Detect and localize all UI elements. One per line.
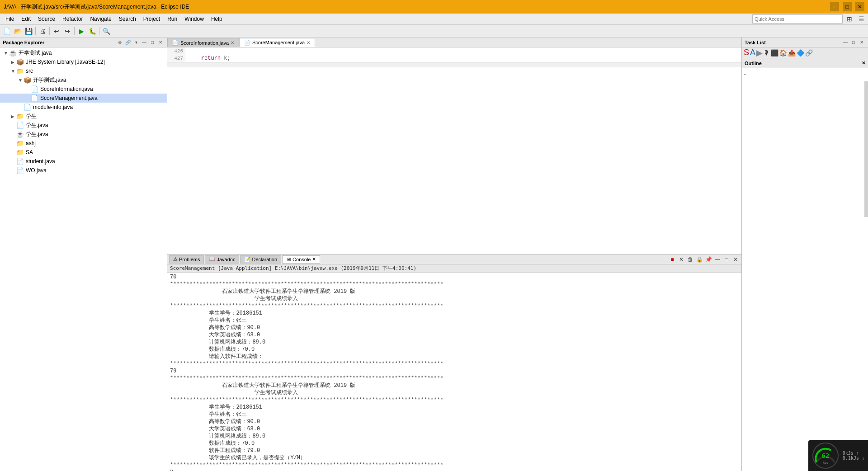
jre-label: JRE System Library [JavaSE-12]: [26, 59, 105, 65]
menu-window[interactable]: Window: [181, 15, 208, 23]
collapse-all-button[interactable]: ⊖: [116, 39, 123, 46]
javadoc-icon: 📖: [209, 256, 215, 262]
menu-refactor[interactable]: Refactor: [59, 15, 86, 23]
tree-item-wo[interactable]: 📄 WO.java: [0, 166, 167, 175]
minimize-button[interactable]: ─: [830, 2, 839, 11]
toolbar-separator-1: [35, 27, 36, 35]
tree-item-student-java3[interactable]: 📄 student.java: [0, 157, 167, 166]
tab-declaration[interactable]: 📝 Declaration: [240, 255, 281, 264]
panel-header-buttons: ⊖ 🔗 ▾ — □ ✕: [116, 39, 164, 46]
maximize-button[interactable]: □: [843, 2, 852, 11]
save-button[interactable]: 💾: [24, 26, 33, 36]
task-list-maximize[interactable]: □: [850, 39, 857, 46]
tab-javadoc[interactable]: 📖 Javadoc: [205, 255, 239, 264]
terminate-button[interactable]: ■: [668, 255, 676, 264]
menu-edit[interactable]: Edit: [18, 15, 34, 23]
tree-item-student-java2[interactable]: ☕ 学生.java: [0, 130, 167, 139]
new-button[interactable]: 📄: [2, 26, 12, 36]
redo-button[interactable]: ↪: [62, 26, 72, 36]
editor-tabs: 📄 ScoreInformation.java ✕ 📄 ScoreManagem…: [167, 38, 741, 47]
task-icon-8: 🔷: [797, 49, 804, 57]
link-editor-button[interactable]: 🔗: [124, 39, 132, 46]
pkg-icon: 📦: [24, 76, 31, 84]
task-list-minimize[interactable]: —: [842, 39, 849, 46]
tab-console[interactable]: 🖥 Console ✕: [282, 255, 320, 264]
quick-access-input[interactable]: [752, 14, 843, 24]
tab-console-close[interactable]: ✕: [312, 256, 316, 262]
console-line-12: ****************************************…: [170, 360, 739, 367]
menu-source[interactable]: Source: [34, 15, 59, 23]
undo-button[interactable]: ↩: [52, 26, 61, 36]
tree-item-moduleinfo[interactable]: 📄 module-info.java: [0, 103, 167, 112]
tree-item-src[interactable]: ▼ 📁 src: [0, 66, 167, 75]
task-icon-2: A: [750, 48, 755, 57]
outline-close[interactable]: ✕: [862, 61, 865, 66]
console-toolbar-area: ■ ✕ 🗑 🔒 📌 — □ ✕: [668, 255, 740, 264]
menu-search[interactable]: Search: [115, 15, 140, 23]
scroll-lock-button[interactable]: 🔒: [695, 255, 703, 264]
task-list-toolbar: S A ▶ 🎙 ⬛ 🏠 📤 🔷 🔗: [742, 47, 868, 58]
menu-file[interactable]: File: [2, 15, 18, 23]
tree-item-student-pkg[interactable]: ▶ 📁 学生: [0, 112, 167, 121]
src-label: src: [26, 68, 33, 74]
tree-item-student-java1[interactable]: 📄 学生.java: [0, 121, 167, 130]
expand-arrow-student-pkg: ▶: [11, 114, 15, 119]
console-line-2: 石家庄铁道大学软件工程系学生学籍管理系统 2019 版: [170, 288, 739, 295]
sa-label: SA: [26, 149, 33, 155]
editor-scrollbar-h[interactable]: [167, 62, 741, 67]
maximize-panel-button[interactable]: □: [149, 39, 156, 46]
console-output[interactable]: 70 *************************************…: [167, 273, 741, 471]
tree-item-pkg[interactable]: ▼ 📦 开学测试.java: [0, 75, 167, 85]
tree-item-sa[interactable]: 📁 SA: [0, 148, 167, 157]
menu-project[interactable]: Project: [140, 15, 164, 23]
console-line-18: 学生学号：20186151: [170, 404, 739, 411]
java-file-icon-scoremgmt: 📄: [31, 94, 38, 102]
open-button[interactable]: 📂: [13, 26, 23, 36]
view-menu-pkg-button[interactable]: ▾: [132, 39, 140, 46]
pin-console-button[interactable]: 📌: [704, 255, 712, 264]
java-icon-s1: 📄: [16, 122, 24, 129]
right-panel-scrollbar[interactable]: [864, 81, 868, 217]
console-close-button[interactable]: ✕: [731, 255, 740, 264]
tree-item-jre[interactable]: ▶ 📦 JRE System Library [JavaSE-12]: [0, 57, 167, 66]
print-button[interactable]: 🖨: [38, 26, 47, 36]
close-button[interactable]: ✕: [855, 2, 864, 11]
menu-help[interactable]: Help: [208, 15, 226, 23]
console-line-7: 高等数学成绩：90.0: [170, 324, 739, 331]
tree-item-ashj[interactable]: 📁 ashj: [0, 139, 167, 148]
minimize-panel-button[interactable]: —: [141, 39, 148, 46]
run-button[interactable]: ▶: [76, 26, 86, 36]
view-menu-button[interactable]: ☰: [856, 14, 866, 24]
line-num-426: 426: [167, 47, 183, 55]
student-pkg-label: 学生: [26, 113, 37, 120]
tab-scoreinfo[interactable]: 📄 ScoreInformation.java ✕: [167, 38, 239, 47]
tab-scoreinfo-close[interactable]: ✕: [231, 40, 234, 45]
console-minimize-button[interactable]: —: [713, 255, 722, 264]
tree-item-scoremgmt[interactable]: 📄 ScoreManagement.java: [0, 94, 167, 103]
console-line-23: 数据库成绩：70.0: [170, 440, 739, 447]
console-line-15: 石家庄铁道大学软件工程系学生学籍管理系统 2019 版: [170, 382, 739, 389]
task-icon-1: S: [744, 48, 749, 57]
folder-icon-ashj: 📁: [16, 140, 24, 147]
tab-problems[interactable]: ⚠ Problems: [169, 255, 204, 264]
task-icon-3: ▶: [756, 48, 763, 58]
menu-navigate[interactable]: Navigate: [86, 15, 115, 23]
tree-item-scoreinfo[interactable]: 📄 ScoreInformation.java: [0, 85, 167, 94]
tab-scoremgmt[interactable]: 📄 ScoreManagement.java ✕: [239, 38, 315, 47]
task-list-buttons: — □ ✕: [842, 39, 865, 46]
tree-item-project[interactable]: ▼ ☕ 开学测试.java: [0, 48, 167, 57]
console-maximize-button[interactable]: □: [722, 255, 731, 264]
toolbar-separator-4: [99, 27, 99, 35]
remove-terminated-button[interactable]: ✕: [677, 255, 685, 264]
console-line-19: 学生姓名：张三: [170, 411, 739, 418]
task-list-close[interactable]: ✕: [858, 39, 865, 46]
perspective-button[interactable]: ⊞: [844, 14, 854, 24]
search-button[interactable]: 🔍: [101, 26, 111, 36]
editor-content[interactable]: 426 427 return k;: [167, 47, 741, 254]
close-panel-button[interactable]: ✕: [157, 39, 164, 46]
speed-indicator-area: 62 kbs 0kJs ↑ 0.1kJs ↓: [808, 440, 868, 471]
clear-console-button[interactable]: 🗑: [686, 255, 694, 264]
debug-button[interactable]: 🐛: [87, 26, 97, 36]
menu-run[interactable]: Run: [164, 15, 181, 23]
tab-scoremgmt-close[interactable]: ✕: [307, 40, 310, 45]
